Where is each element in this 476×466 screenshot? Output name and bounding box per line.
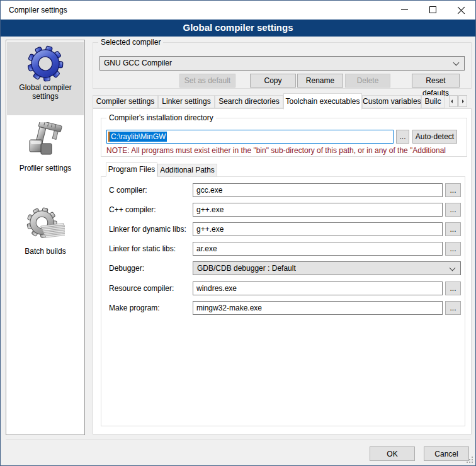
arrow-right-icon [462, 99, 464, 103]
linker-dynamic-label: Linker for dynamic libs: [109, 222, 186, 236]
cpp-compiler-input[interactable] [193, 203, 443, 217]
settings-sidebar: Global compiler settings [6, 40, 85, 435]
sidebar-item-global-compiler-settings[interactable]: Global compiler settings [7, 42, 84, 115]
set-as-default-button[interactable]: Set as default [179, 74, 235, 88]
installation-directory-group-title: Compiler's installation directory [106, 113, 216, 122]
caliper-icon [26, 122, 65, 162]
c-compiler-input[interactable] [193, 183, 443, 197]
window-controls [390, 1, 475, 19]
chevron-down-icon [453, 60, 460, 66]
resource-compiler-browse-button[interactable]: ... [445, 281, 461, 295]
c-compiler-label: C compiler: [109, 183, 147, 197]
blue-gear-icon [27, 45, 64, 82]
maximize-button[interactable] [419, 1, 447, 19]
tab-custom-variables[interactable]: Custom variables [362, 95, 421, 108]
make-program-browse-button[interactable]: ... [445, 301, 461, 315]
compiler-tabstrip: Compiler settings Linker settings Search… [93, 93, 472, 110]
linker-static-input[interactable] [193, 242, 443, 256]
tab-search-directories[interactable]: Search directories [215, 95, 283, 108]
cancel-button[interactable]: Cancel [424, 446, 469, 461]
sidebar-item-profiler-settings[interactable]: Profiler settings [7, 120, 84, 185]
ok-button[interactable]: OK [370, 446, 415, 461]
reset-defaults-button[interactable]: Reset defaults [412, 74, 460, 88]
debugger-label: Debugger: [109, 261, 144, 275]
dialog-body: Global compiler settings [1, 37, 475, 465]
debugger-select-value: GDB/CDB debugger : Default [197, 262, 296, 275]
tab-scroll-left-button[interactable] [449, 95, 458, 107]
sidebar-item-batch-builds[interactable]: Batch builds [7, 205, 84, 263]
installation-directory-value: C:\raylib\MinGW [110, 132, 167, 142]
close-button[interactable] [447, 1, 475, 19]
selected-compiler-group: Selected compiler GNU GCC Compiler Set a… [93, 42, 472, 89]
linker-static-browse-button[interactable]: ... [445, 242, 461, 256]
copy-button[interactable]: Copy [250, 74, 296, 88]
sidebar-item-label: Profiler settings [7, 162, 84, 176]
make-program-input[interactable] [193, 301, 443, 315]
tab-toolchain-executables[interactable]: Toolchain executables [283, 93, 362, 110]
compiler-select[interactable]: GNU GCC Compiler [99, 56, 465, 71]
maximize-icon [429, 6, 436, 13]
close-icon [458, 6, 465, 13]
installation-directory-input[interactable]: C:\raylib\MinGW [106, 130, 394, 144]
delete-button[interactable]: Delete [345, 74, 390, 88]
footer-divider [6, 440, 470, 440]
tab-scroll-right-button[interactable] [458, 95, 467, 107]
sidebar-item-label: Batch builds [7, 246, 84, 259]
selected-compiler-group-title: Selected compiler [98, 38, 163, 47]
auto-detect-button[interactable]: Auto-detect [412, 130, 457, 144]
rename-button[interactable]: Rename [297, 74, 343, 88]
program-files-panel: C compiler: ... C++ compiler: ... Linker… [101, 176, 465, 426]
installation-directory-group: Compiler's installation directory C:\ray… [101, 118, 467, 157]
page-title: Global compiler settings [1, 20, 475, 37]
resource-compiler-input[interactable] [193, 281, 443, 295]
linker-static-label: Linker for static libs: [109, 242, 176, 256]
minimize-button[interactable] [390, 1, 419, 19]
arrow-left-icon [451, 99, 453, 103]
tab-program-files[interactable]: Program Files [106, 162, 157, 177]
sidebar-item-label: Global compiler settings [7, 82, 84, 105]
resource-compiler-label: Resource compiler: [109, 281, 174, 295]
c-compiler-browse-button[interactable]: ... [445, 183, 461, 197]
toolchain-executables-page: Compiler's installation directory C:\ray… [93, 108, 472, 435]
window-title: Compiler settings [9, 1, 67, 20]
cpp-compiler-label: C++ compiler: [109, 203, 156, 217]
tab-compiler-settings[interactable]: Compiler settings [93, 95, 158, 108]
compiler-settings-dialog: Compiler settings Global compiler settin… [0, 0, 476, 466]
tab-additional-paths[interactable]: Additional Paths [157, 164, 217, 177]
chevron-down-icon [450, 265, 456, 271]
compiler-select-value: GNU GCC Compiler [104, 57, 172, 70]
cpp-compiler-browse-button[interactable]: ... [445, 203, 461, 217]
debugger-select[interactable]: GDB/CDB debugger : Default [193, 261, 461, 275]
linker-dynamic-input[interactable] [193, 222, 443, 236]
linker-dynamic-browse-button[interactable]: ... [445, 222, 461, 236]
make-program-label: Make program: [109, 301, 160, 315]
tab-linker-settings[interactable]: Linker settings [158, 95, 215, 108]
minimize-icon [401, 9, 408, 10]
resize-grip[interactable] [467, 457, 468, 458]
titlebar: Compiler settings [1, 1, 475, 20]
bin-subdirectory-note: NOTE: All programs must exist either in … [106, 146, 463, 155]
installation-directory-browse-button[interactable]: ... [396, 130, 409, 144]
gray-gear-stack-icon [26, 207, 65, 246]
tab-build-options-truncated[interactable]: Builc [421, 95, 445, 108]
